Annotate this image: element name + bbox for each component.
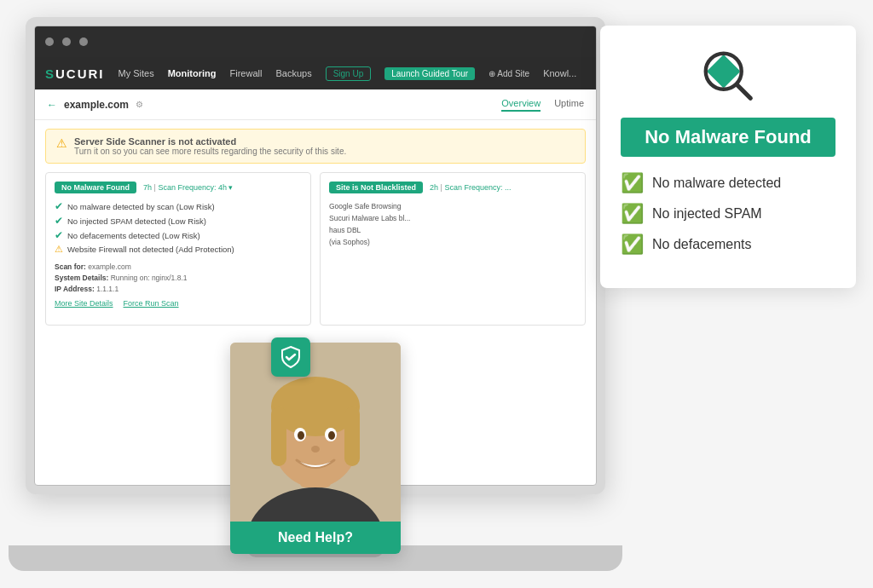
more-site-details-link[interactable]: More Site Details: [55, 299, 113, 308]
svg-point-9: [298, 431, 304, 440]
blacklist-card-header: Site is Not Blacklisted 2h | Scan Freque…: [329, 182, 576, 193]
browser-dot-green: [79, 37, 88, 46]
right-panel: No Malware Found ✅ No malware detected ✅…: [600, 26, 856, 288]
malware-check-3: ✔ No defacements detected (Low Risk): [55, 229, 302, 241]
warning-icon: ⚠: [56, 136, 67, 150]
panel-title: No Malware Found: [621, 118, 835, 157]
svg-line-14: [737, 85, 751, 99]
browser-dot-yellow: [62, 37, 71, 46]
panel-check-item-2: ✅ No injected SPAM: [621, 203, 835, 225]
malware-card-header: No Malware Found 7h | Scan Frequency: 4h…: [55, 182, 302, 193]
site-domain: example.com: [64, 99, 129, 111]
scan-time: 7h | Scan Frequency: 4h ▾: [143, 183, 233, 192]
help-label[interactable]: Need Help?: [230, 522, 401, 554]
guided-tour-button[interactable]: Launch Guided Tour: [384, 67, 475, 80]
force-run-scan-link[interactable]: Force Run Scan: [124, 299, 179, 308]
site-tabs: Overview Uptime: [501, 98, 584, 112]
nav-knowledge[interactable]: Knowl...: [543, 68, 576, 78]
cards-row: No Malware Found 7h | Scan Frequency: 4h…: [35, 172, 596, 326]
person-image: [230, 343, 401, 522]
site-settings-icon[interactable]: ⚙: [136, 100, 143, 109]
bl-item-1: Google Safe Browsing: [329, 200, 576, 212]
panel-check-item-3: ✅ No defacements: [621, 233, 835, 256]
panel-check-text-3: No defacements: [652, 237, 752, 252]
browser-dot-red: [45, 37, 54, 46]
person-popup[interactable]: Need Help?: [230, 343, 401, 554]
signup-button[interactable]: Sign Up: [326, 66, 372, 81]
blacklist-items: Google Safe Browsing Sucuri Malware Labs…: [329, 200, 576, 248]
shield-svg: [279, 345, 303, 369]
browser-nav: [35, 26, 596, 57]
nav-backups[interactable]: Backups: [275, 68, 311, 78]
back-arrow-icon[interactable]: ←: [47, 99, 57, 111]
tab-overview[interactable]: Overview: [501, 98, 541, 112]
bl-item-2: Sucuri Malware Labs bl...: [329, 212, 576, 224]
warning-text: Turn it on so you can see more results r…: [74, 147, 346, 156]
malware-badge: No Malware Found: [55, 182, 136, 193]
malware-card: No Malware Found 7h | Scan Frequency: 4h…: [45, 172, 311, 326]
panel-check-icon-2: ✅: [621, 203, 644, 225]
nav-my-sites[interactable]: My Sites: [119, 68, 154, 78]
magnify-icon-container: [698, 46, 758, 106]
panel-check-icon-3: ✅: [621, 233, 644, 256]
nav-monitoring[interactable]: Monitoring: [168, 68, 217, 78]
blacklist-badge: Site is Not Blacklisted: [329, 182, 423, 193]
sucuri-navbar: SUCURI My Sites Monitoring Firewall Back…: [35, 57, 596, 89]
tab-uptime[interactable]: Uptime: [554, 98, 584, 112]
warning-banner: ⚠ Server Side Scanner is not activated T…: [45, 129, 586, 164]
svg-point-11: [311, 446, 320, 453]
bl-scan-time: 2h | Scan Frequency: ...: [430, 183, 511, 192]
blacklist-card: Site is Not Blacklisted 2h | Scan Freque…: [320, 172, 586, 326]
svg-point-10: [328, 431, 335, 440]
check-icon-2: ✔: [55, 215, 63, 227]
add-site-link[interactable]: ⊕ Add Site: [489, 69, 529, 78]
panel-check-text-2: No injected SPAM: [652, 206, 762, 222]
bl-item-4: (via Sophos): [329, 236, 576, 248]
sucuri-shield-icon: [271, 337, 310, 377]
warn-icon-4: ⚠: [55, 244, 63, 255]
bl-item-3: haus DBL: [329, 224, 576, 236]
malware-check-2: ✔ No injected SPAM detected (Low Risk): [55, 215, 302, 227]
svg-rect-5: [271, 406, 286, 466]
malware-check-4: ⚠ Website Firewall not detected (Add Pro…: [55, 244, 302, 255]
sucuri-logo: SUCURI: [45, 66, 105, 81]
nav-firewall[interactable]: Firewall: [230, 68, 263, 78]
panel-check-text-1: No malware detected: [652, 176, 781, 191]
malware-card-meta: Scan for: example.com System Details: Ru…: [55, 262, 302, 294]
panel-check-icon-1: ✅: [621, 172, 644, 194]
warning-content: Server Side Scanner is not activated Tur…: [74, 136, 346, 156]
check-icon-3: ✔: [55, 229, 63, 241]
site-bar: ← example.com ⚙ Overview Uptime: [35, 89, 596, 120]
warning-title: Server Side Scanner is not activated: [74, 136, 346, 147]
malware-card-links: More Site Details Force Run Scan: [55, 299, 302, 308]
person-svg: [230, 343, 401, 522]
malware-check-1: ✔ No malware detected by scan (Low Risk): [55, 200, 302, 212]
check-icon-1: ✔: [55, 200, 63, 212]
panel-check-item-1: ✅ No malware detected: [621, 172, 835, 194]
svg-rect-6: [344, 406, 360, 466]
magnify-svg: [698, 46, 758, 106]
logo-s: S: [45, 66, 55, 81]
